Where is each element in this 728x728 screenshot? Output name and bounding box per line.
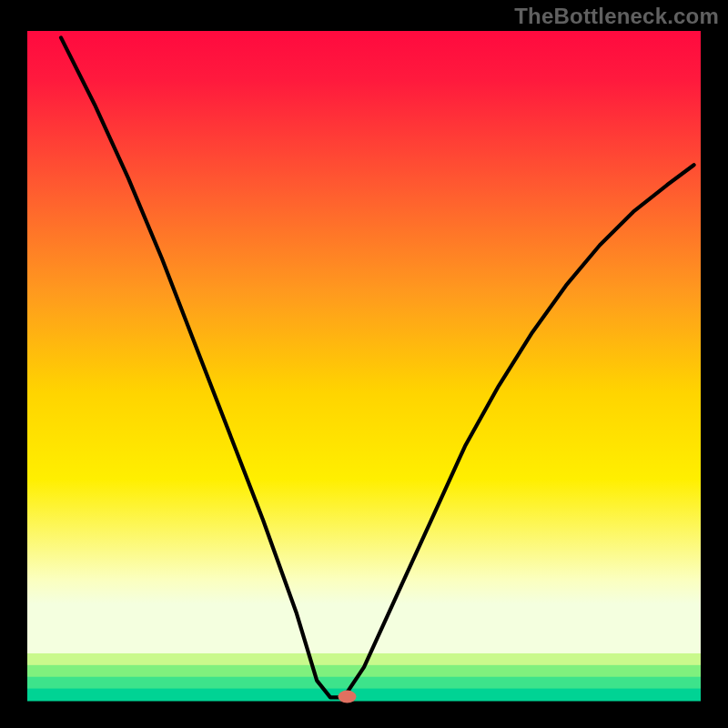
watermark-text: TheBottleneck.com — [514, 4, 719, 29]
minimum-marker — [339, 691, 357, 703]
svg-rect-4 — [27, 677, 701, 690]
bottleneck-chart — [0, 0, 728, 728]
plot-area — [0, 0, 728, 728]
svg-rect-5 — [27, 689, 701, 702]
chart-frame: TheBottleneck.com — [0, 0, 728, 728]
svg-rect-1 — [27, 31, 701, 653]
